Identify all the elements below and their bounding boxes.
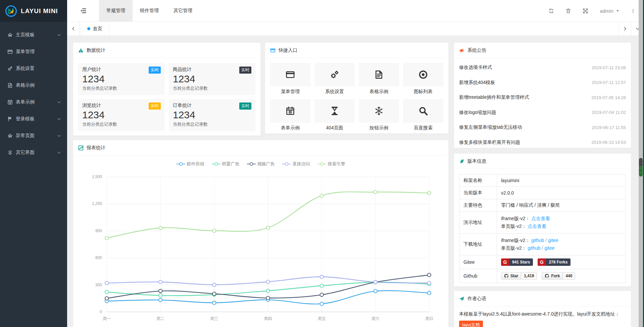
sidebar-item-label: 系统设置: [16, 66, 61, 72]
github-fork-badge[interactable]: Fork440: [542, 272, 575, 280]
caret-down-icon: [616, 9, 620, 13]
fullscreen-icon[interactable]: [583, 8, 588, 14]
shortcut-2[interactable]: 表格示例: [359, 63, 399, 95]
stat-desc: 当前分类总记录数: [173, 85, 251, 91]
notice-row-0[interactable]: 修改选项卡样式2019-07-11 23:06: [459, 60, 626, 75]
tab-scroll-left-button[interactable]: [67, 22, 80, 36]
legend-item-0[interactable]: 邮件营销: [177, 161, 204, 167]
version-value-cell: G941 StarsG278 Forks: [497, 255, 626, 269]
svg-text:1,500: 1,500: [92, 174, 102, 179]
notice-date: 2019-07-05 14:28: [591, 95, 626, 100]
shortcut-6[interactable]: 按钮示例: [359, 99, 399, 131]
version-link[interactable]: github: [528, 245, 540, 251]
legend-label: 搜索引擎: [328, 161, 345, 167]
header-tab-1[interactable]: 组件管理: [133, 0, 166, 22]
version-link[interactable]: 点击查看: [528, 223, 546, 229]
sidebar-item-4[interactable]: 表单示例: [0, 94, 67, 111]
legend-item-2[interactable]: 视频广告: [247, 161, 275, 167]
version-value-cell: 零门槛 / 响应式 / 清爽 / 极简: [497, 199, 626, 212]
legend-item-1[interactable]: 联盟广告: [212, 161, 240, 167]
tab-scroll-right-button[interactable]: [618, 22, 631, 36]
version-value-cell: Star1,419Fork440: [497, 269, 626, 283]
refresh-icon[interactable]: [548, 8, 554, 14]
svg-text:300: 300: [95, 283, 102, 287]
sidebar-item-3[interactable]: 表格示例: [0, 77, 67, 94]
notice-row-4[interactable]: 修复左侧菜单缩放tab无法移动2019-06-17 11:55: [459, 120, 626, 135]
shortcut-icon-box: [270, 63, 310, 86]
shortcut-label: 百度搜索: [403, 125, 443, 131]
legend-item-3[interactable]: 直接访问: [282, 161, 310, 167]
chevron-down-icon: [57, 117, 61, 121]
home-icon: [7, 133, 13, 138]
gitee-badge[interactable]: G278 Forks: [538, 258, 571, 266]
notice-row-2[interactable]: 新增treetable插件和菜单管理样式2019-07-05 14:28: [459, 90, 626, 105]
hourglass-icon: [330, 106, 339, 116]
sidebar-item-label: 异常页面: [16, 133, 57, 139]
calendar-icon: [7, 99, 13, 105]
github-star-badge[interactable]: Star1,419: [501, 272, 537, 280]
page-tabbar: 首页: [67, 22, 644, 36]
version-value-cell: iframe版-v2： 点击查看单页版-v2： 点击查看: [497, 212, 626, 234]
notice-card-title: 系统公告: [467, 47, 486, 53]
shortcut-3[interactable]: 图标列表: [403, 63, 443, 95]
stat-value: 1234: [82, 109, 161, 121]
notice-date: 2019-06-13 14:53: [591, 140, 626, 145]
version-row-4: 下载地址iframe版-v2： github / gitee单页版-v2： gi…: [459, 234, 626, 255]
page-scrollbar-thumb[interactable]: [639, 158, 643, 176]
sidebar-item-0[interactable]: 主页模板: [0, 27, 67, 43]
shortcut-5[interactable]: 404页面: [314, 99, 355, 131]
sidebar-item-label: 菜单管理: [16, 49, 61, 55]
notice-row-5[interactable]: 修复多模块菜单栏展开有问题2019-06-13 14:53: [459, 135, 626, 150]
stat-box-1: 商品统计1234当前分类总记录数实时: [169, 63, 255, 95]
sidebar-item-1[interactable]: 菜单管理: [0, 43, 67, 60]
shortcut-0[interactable]: 菜单管理: [270, 63, 310, 95]
version-link[interactable]: 点击查看: [531, 216, 550, 221]
github-count: 1,419: [521, 272, 537, 280]
legend-item-4[interactable]: 搜索引擎: [317, 161, 345, 167]
app-logo[interactable]: LAYUI MINI: [0, 0, 67, 22]
link-prefix: 单页版-v2：: [501, 245, 526, 251]
user-menu[interactable]: admin: [600, 8, 620, 14]
gitee-badge[interactable]: G941 Stars: [501, 258, 533, 266]
clear-cache-trash-icon[interactable]: [565, 8, 571, 14]
legend-label: 视频广告: [257, 161, 275, 167]
version-row-3: 演示地址iframe版-v2： 点击查看单页版-v2： 点击查看: [459, 212, 626, 234]
top-header: 常规管理组件管理其它管理 admin: [67, 0, 644, 22]
sidebar-item-6[interactable]: 异常页面: [0, 127, 67, 144]
svg-text:周三: 周三: [210, 316, 218, 321]
header-tab-2[interactable]: 其它管理: [166, 0, 200, 22]
stat-desc: 当前分类总记录数: [82, 85, 161, 91]
sidebar-item-7[interactable]: 其它界面: [0, 144, 67, 161]
version-link[interactable]: gitee: [544, 245, 554, 251]
shortcut-1[interactable]: 系统设置: [314, 63, 355, 95]
sidebar-collapse-button[interactable]: [67, 0, 99, 22]
page-scrollbar-track[interactable]: [639, 0, 643, 327]
report-card: 报表统计 邮件营销联盟广告视频广告直接访问搜索引擎 03006009001,20…: [73, 140, 449, 327]
version-row-5: GiteeG941 StarsG278 Forks: [459, 255, 626, 269]
notice-row-3[interactable]: 修改logo缩放问题2019-07-04 11:02: [459, 105, 626, 120]
shortcut-label: 表格示例: [359, 89, 399, 95]
svg-text:周四: 周四: [264, 316, 272, 321]
notice-date: 2019-06-17 11:55: [592, 125, 626, 130]
shortcut-4[interactable]: 表单示例: [270, 99, 310, 131]
menu-collapse-icon: [80, 7, 87, 14]
shortcuts-card: 快捷入口 菜单管理系统设置表格示例图标列表表单示例404页面按钮示例百度搜索: [265, 42, 449, 134]
sidebar-item-5[interactable]: 登录模板: [0, 111, 67, 127]
sidebar-item-2[interactable]: 系统设置: [0, 60, 67, 77]
version-value: layuimini: [501, 178, 519, 183]
version-link[interactable]: gitee: [548, 238, 558, 243]
tab-home[interactable]: 首页: [80, 22, 109, 36]
more-kebab-icon[interactable]: [631, 8, 635, 14]
tab-home-label: 首页: [93, 26, 102, 32]
version-link[interactable]: github: [531, 238, 544, 243]
notice-text: 修改选项卡样式: [459, 65, 492, 71]
header-tab-0[interactable]: 常规管理: [99, 0, 133, 22]
realtime-badge: 实时: [149, 67, 161, 74]
shortcut-7[interactable]: 百度搜索: [403, 99, 443, 131]
layui-doc-button[interactable]: layui文档: [459, 321, 483, 327]
notice-row-1[interactable]: 新增系统404模板2019-07-11 12:57: [459, 75, 626, 90]
stat-desc: 当前分类总记录数: [173, 121, 251, 127]
stats-card-title: 数据统计: [87, 47, 105, 53]
version-card: 版本信息 框架名称layuimini当前版本v2.0.0主要特色零门槛 / 响应…: [454, 153, 631, 287]
shortcut-label: 系统设置: [314, 89, 355, 95]
